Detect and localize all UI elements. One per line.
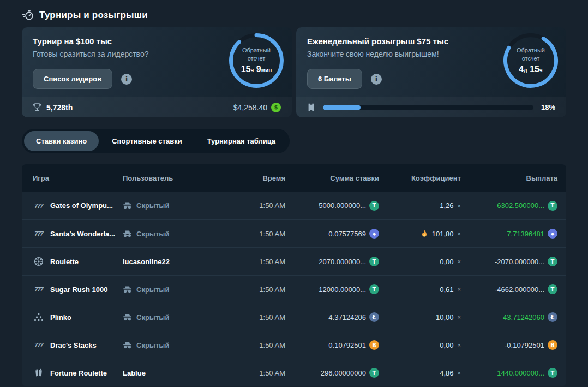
raffle-card-footer: 18% [296,97,566,117]
game-cell[interactable]: Plinko [33,313,123,321]
user-cell: Скрытый [123,341,221,349]
col-payout: Выплата [461,174,557,182]
multiplier-value: 4,86 [440,369,453,377]
multiplier-value: 0,61 [440,285,453,294]
game-cell[interactable]: 777Gates of Olympu... [33,201,123,210]
payout-amount: 7.71396481 [507,230,544,238]
multiplier-cell: 1,26× [379,201,461,210]
user-cell[interactable]: lucasonline22 [123,258,221,266]
payout-amount: -2070.000000... [495,258,544,266]
col-time: Время [221,174,285,182]
multiplier-value: 101,80 [432,230,454,238]
bet-amount-cell: 2070.000000...T [285,257,379,266]
ltc-coin-icon: Ł [548,312,557,322]
multiplier-value: 1,26 [440,201,453,210]
table-row: Roulettelucasonline221:50 AM2070.000000.… [22,247,566,275]
fortune-roulette-icon [33,368,45,377]
multiplier-cell: 0,00× [379,258,461,266]
trophy-icon [33,103,41,112]
tab-sports-bets[interactable]: Спортивные ставки [100,131,194,151]
game-cell[interactable]: Fortune Roulette [33,368,123,377]
bet-amount: 5000.000000... [319,201,366,210]
eth-coin-icon: ◆ [369,229,379,239]
bets-table: Игра Пользователь Время Сумма ставки Коэ… [22,164,566,386]
countdown-value: 15ч 9мин [241,64,272,74]
raffle-progress-bar [323,105,533,110]
payout-amount: -4662.000000... [495,285,544,294]
username: Скрытый [136,341,169,349]
usdt-coin-icon: T [369,368,379,378]
payout-amount: 6302.500000... [497,201,544,210]
btc-coin-icon: B [369,340,379,350]
username: Скрытый [136,313,169,321]
usdt-coin-icon: T [548,257,557,266]
game-cell[interactable]: 777Drac's Stacks [33,341,123,349]
game-cell[interactable]: Roulette [33,257,123,266]
tickets-button[interactable]: 6 Билеты [307,69,362,89]
tab-casino-bets[interactable]: Ставки казино [24,131,99,151]
incognito-icon [123,230,132,237]
time-cell: 1:50 AM [221,285,285,294]
multiplier-cell: 4,86× [379,369,461,377]
prize-amount: $4,258.40 [233,103,267,112]
raffle-card: Еженедельный розыгрыш $75 тыс Закончите … [296,27,566,117]
tournament-rank: 5,728th [46,103,73,112]
col-bet: Сумма ставки [285,174,379,182]
slots-icon: 777 [33,203,45,209]
bet-amount-cell: 12000.00000...T [285,284,379,294]
roulette-icon [33,257,45,266]
usdt-coin-icon: T [548,284,557,294]
incognito-icon [123,286,132,293]
bets-tabs: Ставки казино Спортивные ставки Турнирна… [22,129,290,153]
bets-table-body: 777Gates of Olympu...Скрытый1:50 AM5000.… [22,192,566,386]
slots-icon: 777 [33,342,45,348]
multiplier-value: 0,00 [440,258,453,266]
usdt-coin-icon: T [548,368,557,378]
tab-tournament-table[interactable]: Турнирная таблица [195,131,287,151]
table-row: Fortune RouletteLablue1:50 AM296.0000000… [22,359,566,386]
promo-cards: Турнир на $100 тыс Готовы сразиться за л… [22,27,566,117]
game-cell[interactable]: 777Santa's Wonderla... [33,230,123,238]
game-name: Santa's Wonderla... [50,230,115,238]
time-cell: 1:50 AM [221,369,285,377]
game-name: Drac's Stacks [50,341,97,349]
countdown-label: Обратный [242,47,271,55]
usd-coin-icon: $ [271,103,281,112]
raffle-progress-fill [323,105,361,110]
game-cell[interactable]: 777Sugar Rush 1000 [33,285,123,294]
user-cell: Скрытый [123,230,221,238]
leaderboard-button[interactable]: Список лидеров [33,69,112,89]
table-row: PlinkoСкрытый1:50 AM4.37124206Ł10,00×43.… [22,303,566,331]
info-icon[interactable]: i [371,74,382,85]
tournament-prize: $4,258.40 $ [233,103,281,112]
tournament-card-body: Турнир на $100 тыс Готовы сразиться за л… [22,27,292,97]
col-user: Пользователь [123,174,221,182]
username: Скрытый [136,285,169,294]
username: Скрытый [136,230,169,238]
time-cell: 1:50 AM [221,341,285,349]
incognito-icon [123,314,132,321]
tournaments-page: Турниры и розыгрыши Турнир на $100 тыс Г… [0,0,588,386]
col-mult: Коэффициент [379,174,461,182]
game-name: Plinko [50,313,71,321]
slots-icon: 777 [33,286,45,293]
bet-amount-cell: 296.00000000T [285,368,379,378]
bet-amount: 296.00000000 [321,369,366,377]
bet-amount: 12000.00000... [319,285,366,294]
bet-amount-cell: 0.07577569◆ [285,229,379,239]
usdt-coin-icon: T [369,201,379,211]
user-cell[interactable]: Lablue [123,369,221,377]
user-cell: Скрытый [123,201,221,210]
game-name: Roulette [50,258,79,266]
info-icon[interactable]: i [121,74,132,85]
raffle-progress-label: 18% [541,103,555,111]
bet-amount: 2070.000000... [319,258,366,266]
username: Скрытый [136,201,169,210]
game-name: Fortune Roulette [50,369,107,377]
time-cell: 1:50 AM [221,313,285,321]
game-name: Sugar Rush 1000 [50,285,108,294]
plinko-icon [33,313,45,321]
bet-amount-cell: 4.37124206Ł [285,312,379,322]
user-cell: Скрытый [123,313,221,321]
bet-amount: 0.10792501 [328,341,366,349]
